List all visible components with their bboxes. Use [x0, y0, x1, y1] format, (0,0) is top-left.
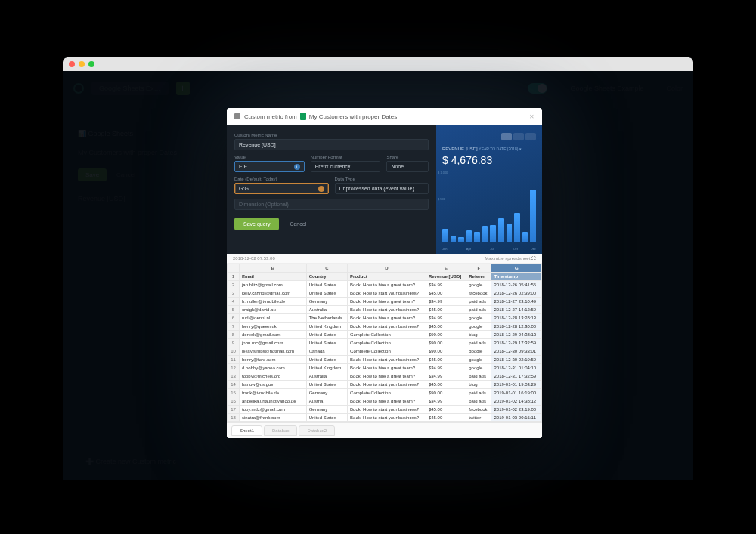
- sheet-tab[interactable]: Databox2: [299, 425, 335, 436]
- table-row[interactable]: 4h.muller@t-mobile.deGermanyBook: How to…: [228, 298, 542, 306]
- table-row[interactable]: 16angelika.urlaun@yahoo.deAustriaBook: H…: [228, 397, 542, 406]
- preview-value: $ 4,676.83: [442, 154, 536, 166]
- bar: [530, 190, 536, 242]
- bar: [522, 232, 528, 242]
- col-header[interactable]: D: [348, 264, 426, 273]
- bar: [474, 232, 480, 242]
- table-row[interactable]: 18sinatra@frank.comUnited StatesBook: Ho…: [228, 414, 542, 422]
- close-button[interactable]: ✕: [529, 113, 534, 120]
- sheet-tabs: Sheet1DataboxDatabox2: [227, 422, 542, 438]
- minimize-icon[interactable]: [79, 61, 85, 67]
- bar: [458, 237, 464, 242]
- bar-chart: [442, 189, 536, 242]
- bar: [451, 236, 457, 242]
- date-input[interactable]: G:Gi: [234, 183, 329, 194]
- preview-table-tab[interactable]: [525, 133, 536, 140]
- table-row[interactable]: 17toby.mdz@gmail.comGermanyBook: How to …: [228, 406, 542, 414]
- modal-title-prefix: Custom metric from: [244, 113, 297, 120]
- info-icon[interactable]: i: [294, 164, 300, 170]
- info-icon[interactable]: i: [318, 186, 324, 192]
- value-input[interactable]: E:Ei: [234, 161, 305, 172]
- sheet-timestamp: 2018-12-02 07:53:00: [233, 256, 275, 261]
- table-row[interactable]: 8dereck@gmail.comUnited StatesComplete C…: [228, 331, 542, 339]
- col-header[interactable]: E: [426, 264, 466, 273]
- spreadsheet[interactable]: BCDEFG1EmailCountryProductRevenue [USD]R…: [227, 264, 542, 422]
- col-header[interactable]: B: [240, 264, 307, 273]
- field-header[interactable]: Country: [306, 273, 347, 281]
- preview-chart-tab[interactable]: [501, 133, 512, 140]
- close-icon[interactable]: [69, 61, 75, 67]
- metric-icon: [234, 113, 240, 119]
- value-label: Value: [234, 155, 305, 159]
- field-header[interactable]: Email: [240, 273, 307, 281]
- table-row[interactable]: 11henry@ford.comUnited StatesBook: How t…: [228, 356, 542, 364]
- name-label: Custom Metric Name: [234, 133, 429, 137]
- table-row[interactable]: 9john.mc@gmail.comUnited StatesComplete …: [228, 339, 542, 347]
- bar: [466, 230, 472, 242]
- type-select[interactable]: Unprocessed data (event value): [335, 183, 429, 194]
- metric-form: Custom Metric Name Revenue [USD] Value E…: [227, 125, 436, 254]
- name-input[interactable]: Revenue [USD]: [234, 139, 429, 150]
- save-query-button[interactable]: Save query: [234, 218, 279, 230]
- share-select[interactable]: None: [386, 161, 429, 172]
- field-header[interactable]: Timestamp: [491, 273, 542, 281]
- preview-title: REVENUE [USD]: [442, 147, 478, 151]
- modal-header: Custom metric from My Customers with pro…: [227, 108, 542, 125]
- preview-range[interactable]: Year to date (2018): [479, 147, 518, 151]
- preview-number-tab[interactable]: [513, 133, 524, 140]
- col-header[interactable]: G: [491, 264, 542, 273]
- table-row[interactable]: 6rudi@denol.nlThe NetherlandsBook: How t…: [228, 314, 542, 323]
- format-label: Number Format: [311, 155, 381, 159]
- field-header[interactable]: Product: [348, 273, 426, 281]
- bar: [442, 229, 448, 242]
- dimension-input[interactable]: Dimension (Optional): [234, 199, 429, 210]
- y-tick: $ 1,000: [438, 171, 448, 174]
- table-row[interactable]: 10jessy.simps@hotmail.comCanadaComplete …: [228, 347, 542, 356]
- table-row[interactable]: 13tobby@michels.orgAustraliaBook: How to…: [228, 372, 542, 381]
- zoom-icon[interactable]: [88, 61, 94, 67]
- sheet-tab[interactable]: Sheet1: [231, 425, 262, 436]
- col-header[interactable]: F: [466, 264, 491, 273]
- custom-metric-modal: Custom metric from My Customers with pro…: [227, 108, 542, 438]
- bar: [507, 224, 513, 242]
- format-select[interactable]: Prefix currency: [311, 161, 381, 172]
- sheets-icon: [300, 113, 306, 120]
- bar: [498, 218, 504, 242]
- table-row[interactable]: 14barlow@us.govUnited StatesBook: How to…: [228, 381, 542, 389]
- field-header[interactable]: Referer: [466, 273, 491, 281]
- maximize-link[interactable]: Maximize spreadsheet ⛶: [485, 256, 536, 261]
- field-header[interactable]: Revenue [USD]: [426, 273, 466, 281]
- mac-titlebar: [63, 57, 693, 71]
- x-axis-labels: JanAprJulOctDec: [442, 247, 536, 251]
- bar: [490, 225, 496, 242]
- col-header[interactable]: C: [306, 264, 347, 273]
- modal-source-name: My Customers with proper Dates: [309, 113, 397, 120]
- cancel-button[interactable]: Cancel: [290, 221, 306, 227]
- table-row[interactable]: 7henry@queen.ukUnited KingdomBook: How t…: [228, 323, 542, 331]
- table-row[interactable]: 15frank@t-mobile.deGermanyComplete Colle…: [228, 389, 542, 397]
- table-row[interactable]: 2jan.blitz@gmail.comUnited StatesBook: H…: [228, 281, 542, 289]
- bar: [482, 226, 488, 242]
- table-row[interactable]: 3kelly.cahndl@gmail.comUnited StatesBook…: [228, 289, 542, 298]
- bar: [514, 213, 520, 242]
- table-row[interactable]: 12d.bobby@yahoo.comUnited KingdomBook: H…: [228, 364, 542, 372]
- table-row[interactable]: 5craigk@david.auAustraliaBook: How to st…: [228, 306, 542, 314]
- type-label: Data Type: [335, 177, 429, 181]
- sheet-tab[interactable]: Databox: [264, 425, 297, 436]
- share-label: Share: [386, 155, 429, 159]
- metric-preview: REVENUE [USD] Year to date (2018) ▾ $ 4,…: [436, 125, 542, 254]
- date-label: Date (Default: Today): [234, 177, 329, 181]
